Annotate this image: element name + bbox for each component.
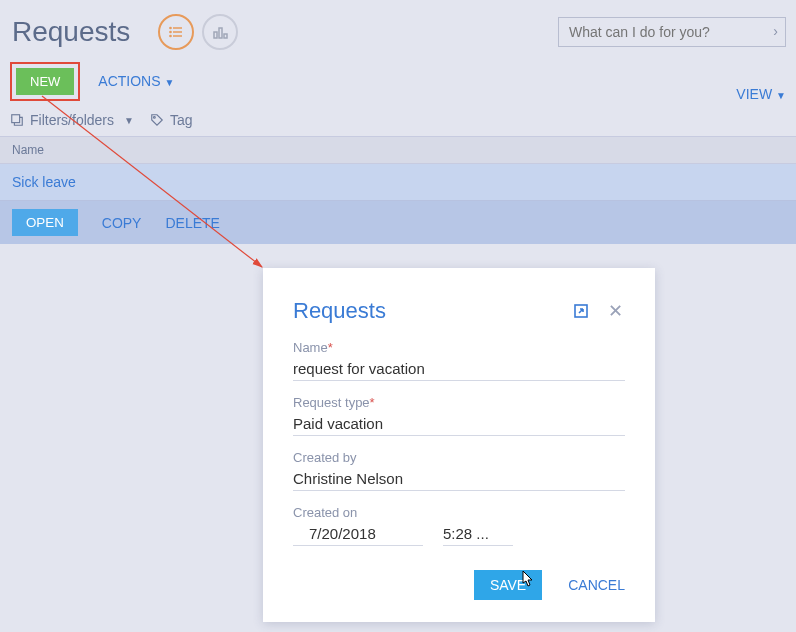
search-wrap: › [558, 17, 786, 47]
created-on-date[interactable]: 7/20/2018 [293, 522, 423, 546]
copy-button[interactable]: COPY [102, 215, 142, 231]
created-on-time[interactable]: 5:28 ... [443, 522, 513, 546]
svg-point-3 [170, 27, 171, 28]
field-created-on-label: Created on [293, 505, 625, 520]
request-type-input[interactable] [293, 412, 625, 436]
tag-button[interactable]: Tag [150, 112, 193, 128]
actions-menu[interactable]: ACTIONS▼ [98, 73, 174, 89]
chevron-down-icon: ▼ [165, 77, 175, 88]
row-action-bar: OPEN COPY DELETE [0, 201, 796, 244]
action-bar: NEW ACTIONS▼ VIEW▼ [0, 58, 796, 110]
field-name: Name* [293, 340, 625, 381]
svg-rect-6 [214, 32, 217, 38]
cell-name: Sick leave [12, 174, 76, 190]
tag-icon [150, 113, 164, 127]
bar-chart-icon [212, 24, 228, 40]
svg-rect-9 [12, 115, 20, 123]
created-by-input[interactable] [293, 467, 625, 491]
tag-label: Tag [170, 112, 193, 128]
new-button-highlight: NEW [10, 62, 80, 101]
cancel-button[interactable]: CANCEL [568, 577, 625, 593]
dialog-header: Requests ✕ [293, 298, 625, 324]
chevron-right-icon: › [773, 23, 778, 39]
page-title: Requests [12, 16, 130, 48]
delete-button[interactable]: DELETE [165, 215, 219, 231]
filters-folders-button[interactable]: Filters/folders ▼ [10, 112, 134, 128]
filter-bar: Filters/folders ▼ Tag [0, 110, 796, 136]
svg-rect-8 [224, 34, 227, 38]
svg-point-10 [153, 117, 155, 119]
svg-point-4 [170, 31, 171, 32]
grid-header: Name [0, 136, 796, 164]
table-row[interactable]: Sick leave [0, 164, 796, 201]
view-label: VIEW [736, 86, 772, 102]
new-button[interactable]: NEW [16, 68, 74, 95]
list-view-toggle[interactable] [158, 14, 194, 50]
field-created-on: Created on 7/20/2018 5:28 ... [293, 505, 625, 546]
filters-folders-label: Filters/folders [30, 112, 114, 128]
close-icon[interactable]: ✕ [605, 301, 625, 321]
filter-icon [10, 113, 24, 127]
request-dialog: Requests ✕ Name* Request type* Created b… [263, 268, 655, 622]
field-created-by-label: Created by [293, 450, 625, 465]
svg-rect-7 [219, 28, 222, 38]
field-name-label: Name* [293, 340, 625, 355]
search-input[interactable] [558, 17, 786, 47]
field-request-type-label: Request type* [293, 395, 625, 410]
svg-point-5 [170, 35, 171, 36]
field-request-type: Request type* [293, 395, 625, 436]
chevron-down-icon: ▼ [776, 90, 786, 101]
save-button[interactable]: SAVE [474, 570, 542, 600]
top-bar: Requests › [0, 0, 796, 58]
actions-label: ACTIONS [98, 73, 160, 89]
list-icon [168, 24, 184, 40]
name-input[interactable] [293, 357, 625, 381]
chart-view-toggle[interactable] [202, 14, 238, 50]
chevron-down-icon: ▼ [124, 115, 134, 126]
field-created-by: Created by [293, 450, 625, 491]
dialog-footer: SAVE CANCEL [293, 570, 625, 600]
dialog-title: Requests [293, 298, 386, 324]
view-menu[interactable]: VIEW▼ [736, 60, 786, 102]
column-header-name[interactable]: Name [12, 143, 44, 157]
expand-icon[interactable] [571, 301, 591, 321]
open-button[interactable]: OPEN [12, 209, 78, 236]
